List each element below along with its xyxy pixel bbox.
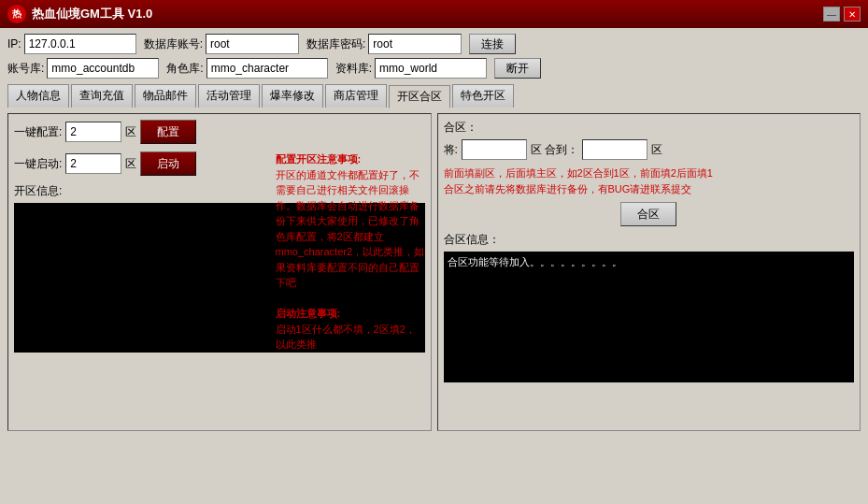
ip-label: IP: (7, 37, 21, 50)
config-unit: 区 (125, 124, 136, 140)
app-icon: 热 (7, 5, 26, 23)
ip-input[interactable] (24, 34, 136, 54)
one-click-config-label: 一键配置: (14, 124, 62, 140)
merge-section-label: 合区： (444, 120, 855, 136)
role-db-field-row: 角色库: (166, 58, 327, 79)
tab-open-merge[interactable]: 开区合区 (389, 85, 450, 108)
connect-button[interactable]: 连接 (469, 34, 516, 54)
db-account-field-row: 数据库账号: (144, 34, 299, 54)
role-db-input[interactable] (206, 58, 328, 79)
merge-to-unit: 区 (651, 142, 662, 158)
tab-activity[interactable]: 活动管理 (198, 84, 260, 108)
main-content: IP: 数据库账号: 数据库密码: 连接 账号库: 角色库: 资料库: 断开 人… (0, 28, 868, 504)
notice-start-title: 启动注意事项: (276, 308, 341, 319)
merge-button[interactable]: 合区 (620, 202, 676, 226)
config-input[interactable] (65, 122, 121, 142)
notice-text: 配置开区注意事项: 开区的通道文件都配置好了，不需要自己进行相关文件回滚操作。数… (276, 151, 425, 353)
window-title: 热血仙境GM工具 V1.0 (32, 6, 823, 22)
merge-waiting-text: 合区功能等待加入。。。。。。。。。 (448, 256, 622, 267)
panels-container: 一键配置: 区 配置 一键启动: 区 启动 开区信息: 配置开区注意事项: 开区… (7, 113, 861, 431)
tab-shop[interactable]: 商店管理 (325, 84, 387, 108)
start-unit: 区 (125, 156, 136, 172)
tab-drop-rate[interactable]: 爆率修改 (262, 84, 323, 108)
merge-info-box: 合区功能等待加入。。。。。。。。。 (444, 252, 855, 382)
db-password-field-row: 数据库密码: (306, 34, 462, 54)
db-password-input[interactable] (368, 34, 462, 54)
data-db-field-row: 资料库: (335, 58, 487, 79)
db-password-label: 数据库密码: (306, 36, 365, 52)
merge-desc: 前面填副区，后面填主区，如2区合到1区，前面填2后面填1 合区之前请先将数据库进… (444, 166, 855, 196)
account-db-input[interactable] (47, 58, 159, 79)
ip-field-row: IP: (7, 34, 136, 54)
tab-special-open[interactable]: 特色开区 (452, 84, 514, 108)
config-row: 一键配置: 区 配置 (14, 120, 425, 144)
notice-config-body: 开区的通道文件都配置好了，不需要自己进行相关文件回滚操作。数据库会自动进行数据库… (276, 169, 425, 289)
db-account-label: 数据库账号: (144, 36, 203, 52)
tab-recharge[interactable]: 查询充值 (71, 84, 133, 108)
data-db-label: 资料库: (335, 61, 372, 77)
account-db-field-row: 账号库: (7, 58, 159, 79)
close-button[interactable]: ✕ (844, 7, 861, 22)
merge-to-input[interactable] (582, 139, 647, 160)
tab-item-mail[interactable]: 物品邮件 (135, 84, 196, 108)
tabs: 人物信息 查询充值 物品邮件 活动管理 爆率修改 商店管理 开区合区 特色开区 (7, 84, 861, 108)
notice-config-title: 配置开区注意事项: (276, 153, 362, 165)
merge-from-input[interactable] (462, 139, 527, 160)
merge-info-label: 合区信息： (444, 232, 855, 248)
notice-start-body: 启动1区什么都不填，2区填2，以此类推 (276, 324, 416, 351)
window-controls: — ✕ (823, 7, 861, 22)
merge-from-unit: 区 合到： (531, 142, 578, 158)
title-bar: 热 热血仙境GM工具 V1.0 — ✕ (0, 0, 868, 28)
start-input[interactable] (65, 153, 121, 174)
minimize-button[interactable]: — (823, 7, 840, 22)
config-button[interactable]: 配置 (140, 120, 196, 144)
merge-row: 将: 区 合到： 区 (444, 139, 855, 160)
db-account-input[interactable] (206, 34, 299, 54)
account-db-label: 账号库: (7, 61, 44, 77)
right-panel: 合区： 将: 区 合到： 区 前面填副区，后面填主区，如2区合到1区，前面填2后… (437, 113, 861, 431)
disconnect-button[interactable]: 断开 (494, 58, 541, 79)
merge-from-label: 将: (444, 142, 458, 158)
role-db-label: 角色库: (166, 61, 203, 77)
data-db-input[interactable] (375, 58, 487, 79)
left-panel: 一键配置: 区 配置 一键启动: 区 启动 开区信息: 配置开区注意事项: 开区… (7, 113, 432, 431)
start-button[interactable]: 启动 (140, 151, 196, 176)
one-click-start-label: 一键启动: (14, 156, 62, 172)
tab-person-info[interactable]: 人物信息 (7, 84, 69, 108)
